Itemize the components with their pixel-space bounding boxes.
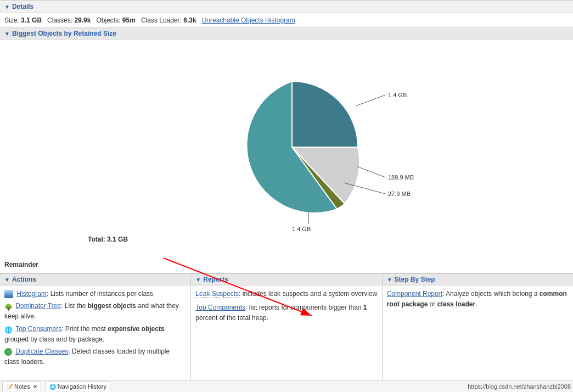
globe-icon: 🌐 <box>4 325 12 333</box>
size-value: 3.1 GB <box>21 16 42 24</box>
reports-panel: ▼ Reports Leak Suspects: includes leak s… <box>191 273 382 380</box>
total-label: Total: 3.1 GB <box>88 236 128 243</box>
actions-header: ▼ Actions <box>0 273 190 285</box>
top-components-link[interactable]: Top Components <box>195 304 245 311</box>
component-report-desc-after: . <box>475 300 477 308</box>
step-by-step-header-label: Step By Step <box>395 276 435 283</box>
tree-icon: 🌳 <box>4 303 12 310</box>
svg-text:1.4 GB: 1.4 GB <box>292 226 311 232</box>
nav-history-icon: 🌐 <box>49 384 56 390</box>
svg-line-2 <box>357 166 385 177</box>
svg-text:1.4 GB: 1.4 GB <box>388 92 407 98</box>
notes-close-icon[interactable]: ✕ <box>33 384 37 390</box>
biggest-objects-header-label: Biggest Objects by Retained Size <box>12 30 116 37</box>
dominator-tree-link[interactable]: Dominator Tree <box>15 302 61 310</box>
top-consumers-bold1: expensive objects <box>108 325 164 333</box>
biggest-objects-header: ▼ Biggest Objects by Retained Size <box>0 27 573 40</box>
details-arrow-icon: ▼ <box>4 4 10 10</box>
remainder-label: Remainder <box>0 260 573 273</box>
actions-header-label: Actions <box>12 276 36 283</box>
top-consumers-desc-after: grouped by class and by package. <box>4 335 104 343</box>
svg-text:27.9 MB: 27.9 MB <box>388 191 411 197</box>
classes-value: 29.9k <box>74 16 91 24</box>
details-header-label: Details <box>12 3 33 10</box>
status-bar-url: https://blog.csdn.net/zhanshanzbi2008 <box>468 383 571 390</box>
action-histogram: Histogram: Lists number of instances per… <box>4 289 186 299</box>
leak-suspects-link[interactable]: Leak Suspects <box>195 290 239 298</box>
objects-value: 95m <box>122 16 136 24</box>
duplicate-icon <box>4 348 12 356</box>
biggest-objects-arrow-icon: ▼ <box>4 31 10 37</box>
details-content: Size: 3.1 GB Classes: 29.9k Objects: 95m… <box>0 13 573 27</box>
leak-suspects-desc: : includes leak suspects and a system ov… <box>239 290 377 298</box>
reports-header-label: Reports <box>203 276 228 283</box>
notes-icon: 📝 <box>6 384 13 390</box>
notes-tab[interactable]: 📝 Notes ✕ <box>2 382 41 391</box>
pie-chart-svg: 1.4 GB 189.9 MB 27.9 MB 1.4 GB <box>182 62 435 232</box>
classloader-value: 6.3k <box>183 16 196 24</box>
component-report-bold2: class loader <box>437 300 475 308</box>
status-bar-left: 📝 Notes ✕ 🌐 Navigation History <box>2 382 110 391</box>
top-components-bold1: 1 <box>363 304 367 311</box>
classloader-label: Class Loader: <box>141 16 182 24</box>
notes-tab-label: Notes <box>14 383 30 390</box>
chart-area: Total: 3.1 GB 1.4 GB 189.9 <box>0 40 573 260</box>
svg-text:189.9 MB: 189.9 MB <box>388 174 414 181</box>
action-top-consumers: 🌐 Top Consumers: Print the most expensiv… <box>4 324 186 345</box>
histogram-desc: : Lists number of instances per class <box>47 290 153 298</box>
details-header: ▼ Details <box>0 0 573 13</box>
step-by-step-panel: ▼ Step By Step Component Report: Analyze… <box>383 273 573 380</box>
size-label: Size: <box>4 16 19 24</box>
dominator-tree-desc-before: : List the <box>61 302 88 310</box>
report-leak-suspects: Leak Suspects: includes leak suspects an… <box>195 289 377 299</box>
details-section: ▼ Details Size: 3.1 GB Classes: 29.9k Ob… <box>0 0 573 27</box>
top-components-desc-after: percent of the total heap. <box>195 314 268 322</box>
pie-chart: 1.4 GB 189.9 MB 27.9 MB 1.4 GB <box>182 62 435 238</box>
status-bar: 📝 Notes ✕ 🌐 Navigation History https://b… <box>0 380 573 392</box>
report-top-components: Top Components: list reports for compone… <box>195 303 377 323</box>
nav-history-tab[interactable]: 🌐 Navigation History <box>46 382 110 391</box>
action-dominator-tree: 🌳 Dominator Tree: List the biggest objec… <box>4 301 186 322</box>
dominator-tree-bold1: biggest objects <box>88 302 136 310</box>
classes-label: Classes: <box>47 16 72 24</box>
histogram-link[interactable]: Histogram <box>16 290 47 298</box>
step-by-step-arrow-icon: ▼ <box>387 277 392 283</box>
top-consumers-link[interactable]: Top Consumers <box>15 325 61 333</box>
step-by-step-content: Component Report: Analyze objects which … <box>383 285 573 313</box>
actions-panel: ▼ Actions Histogram: Lists number of ins… <box>0 273 191 380</box>
reports-arrow-icon: ▼ <box>195 277 201 283</box>
bottom-panels: ▼ Actions Histogram: Lists number of ins… <box>0 273 573 380</box>
action-duplicate-classes: Duplicate Classes: Detect classes loaded… <box>4 346 186 367</box>
reports-header: ▼ Reports <box>191 273 381 285</box>
duplicate-classes-link[interactable]: Duplicate Classes <box>15 348 68 355</box>
actions-arrow-icon: ▼ <box>4 277 10 283</box>
step-by-step-header: ▼ Step By Step <box>383 273 573 285</box>
nav-history-label: Navigation History <box>58 383 106 390</box>
biggest-objects-section: ▼ Biggest Objects by Retained Size Total… <box>0 27 573 273</box>
unreachable-objects-link[interactable]: Unreachable Objects Histogram <box>202 16 295 24</box>
reports-content: Leak Suspects: includes leak suspects an… <box>191 285 381 327</box>
objects-label: Objects: <box>96 16 120 24</box>
histogram-bar-icon <box>4 290 13 298</box>
actions-content: Histogram: Lists number of instances per… <box>0 285 190 371</box>
svg-line-0 <box>356 95 385 106</box>
step-component-report: Component Report: Analyze objects which … <box>387 289 569 310</box>
component-report-link[interactable]: Component Report <box>387 290 442 298</box>
